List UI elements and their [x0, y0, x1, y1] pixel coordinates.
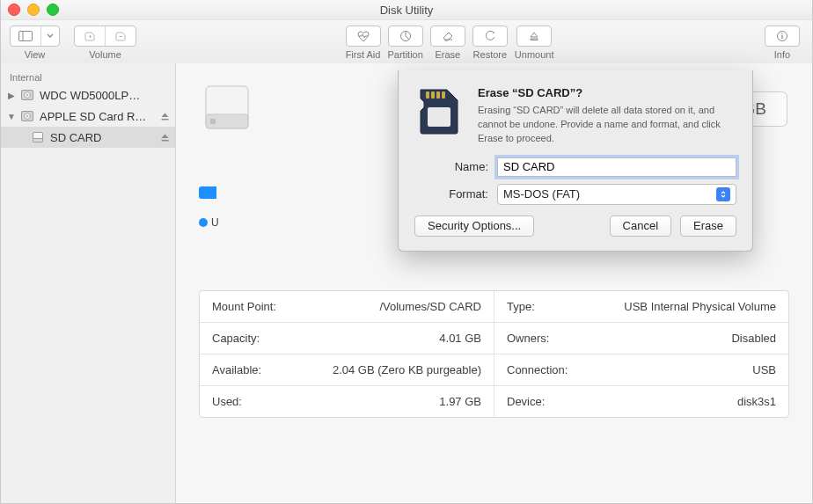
eject-icon[interactable]: [160, 112, 170, 121]
info-table: Mount Point:/Volumes/SD CARD Type:USB In…: [199, 290, 789, 418]
svg-rect-5: [781, 35, 782, 39]
internal-disk-icon: [20, 88, 34, 102]
window-title: Disk Utility: [1, 4, 812, 17]
volume-remove-icon[interactable]: [105, 26, 136, 46]
select-caret-icon: [716, 187, 730, 201]
sidebar-item-label: SD CARD: [50, 131, 102, 144]
unmount-button[interactable]: [516, 26, 552, 47]
format-value: MS-DOS (FAT): [503, 187, 580, 201]
svg-rect-18: [431, 91, 435, 99]
sd-card-icon: [414, 86, 464, 135]
modal-message: Erasing “SD CARD” will delete all data s…: [478, 105, 721, 143]
internal-disk-icon: [20, 109, 34, 123]
sidebar-toggle-icon[interactable]: [11, 26, 40, 46]
svg-point-11: [26, 115, 28, 117]
info-button[interactable]: [765, 26, 800, 47]
info-cell-owners: Owners:Disabled: [494, 323, 788, 354]
info-cell-connection: Connection:USB: [494, 354, 788, 385]
legend-dot: [199, 218, 208, 227]
sidebar-item-apple-sd[interactable]: ▼ APPLE SD Card R…: [1, 106, 175, 127]
info-cell-device: Device:disk3s1: [494, 386, 788, 417]
cancel-button[interactable]: Cancel: [610, 215, 671, 237]
name-input[interactable]: [497, 157, 736, 177]
info-cell-mount-point: Mount Point:/Volumes/SD CARD: [200, 291, 494, 322]
erase-button[interactable]: [430, 26, 465, 47]
restore-label: Restore: [473, 49, 508, 60]
info-cell-available: Available:2.04 GB (Zero KB purgeable): [200, 354, 494, 385]
volume-icon: [31, 130, 45, 144]
volume-segmented[interactable]: [74, 26, 136, 47]
info-cell-used: Used:1.97 GB: [200, 386, 494, 417]
sidebar-item-wdc[interactable]: ▶ WDC WD5000LP…: [1, 84, 175, 106]
svg-point-8: [26, 94, 28, 96]
volume-label: Volume: [89, 49, 121, 60]
erase-label: Erase: [435, 49, 460, 60]
restore-button[interactable]: [472, 26, 508, 47]
volume-large-icon: [199, 79, 255, 135]
sidebar-header: Internal: [1, 69, 175, 84]
partition-label: Partition: [388, 49, 423, 60]
eject-icon[interactable]: [160, 133, 170, 142]
modal-title: Erase “SD CARD”?: [478, 86, 736, 99]
svg-rect-16: [210, 119, 216, 124]
info-cell-capacity: Capacity:4.01 GB: [200, 323, 494, 354]
sidebar-item-label: APPLE SD Card R…: [40, 110, 146, 123]
disclosure-triangle-icon[interactable]: ▼: [6, 112, 17, 121]
svg-rect-13: [33, 139, 43, 142]
format-select[interactable]: MS-DOS (FAT): [497, 184, 736, 205]
sidebar: Internal ▶ WDC WD5000LP… ▼ APPLE SD Card…: [1, 63, 176, 503]
sidebar-item-label: WDC WD5000LP…: [40, 89, 140, 102]
info-label: Info: [774, 49, 790, 60]
disclosure-triangle-icon[interactable]: ▶: [6, 91, 17, 100]
usage-bar-fragment: [199, 186, 216, 199]
volume-add-icon[interactable]: [75, 26, 105, 46]
first-aid-button[interactable]: [346, 26, 381, 47]
first-aid-label: First Aid: [346, 49, 381, 60]
erase-sheet: Erase “SD CARD”? Erasing “SD CARD” will …: [398, 70, 753, 252]
svg-point-4: [781, 33, 783, 35]
view-label: View: [25, 49, 46, 60]
security-options-button[interactable]: Security Options...: [414, 215, 534, 237]
partition-button[interactable]: [388, 26, 423, 47]
format-label: Format:: [414, 187, 488, 201]
unmount-label: Unmount: [515, 49, 554, 60]
content: 4.01 GB U Mount Point:/Volumes/SD CARD T…: [176, 63, 812, 503]
svg-rect-0: [19, 32, 33, 41]
erase-confirm-button[interactable]: Erase: [680, 215, 736, 237]
legend-label-fragment: U: [211, 216, 219, 229]
sidebar-item-sd-card[interactable]: SD CARD: [1, 127, 175, 148]
svg-rect-19: [436, 91, 440, 99]
titlebar: Disk Utility: [1, 0, 812, 20]
svg-rect-17: [426, 91, 429, 99]
svg-rect-21: [428, 107, 450, 127]
view-segmented[interactable]: [10, 26, 60, 47]
chevron-down-icon[interactable]: [40, 26, 59, 46]
svg-rect-20: [442, 91, 445, 99]
name-label: Name:: [414, 160, 488, 173]
info-cell-type: Type:USB Internal Physical Volume: [494, 291, 788, 322]
